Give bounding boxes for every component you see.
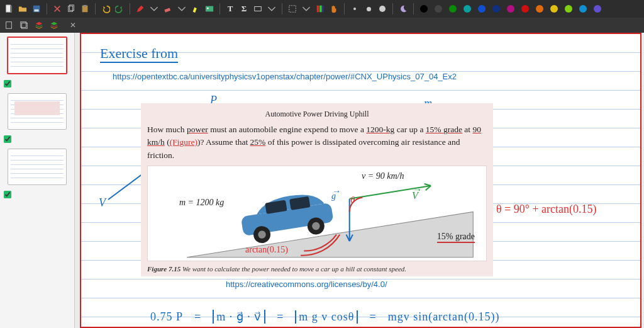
paste-button[interactable]	[79, 3, 91, 15]
dropdown-icon[interactable]	[175, 3, 188, 15]
color-swatch[interactable]	[577, 3, 589, 15]
diag-m-label: m = 1200 kg	[179, 198, 224, 208]
diag-g-label: →g	[331, 191, 336, 201]
problem-diagram: v = 90 km/h m = 1200 kg →g θ →V 15% grad…	[147, 166, 487, 261]
shape-tool-button[interactable]	[252, 3, 264, 15]
page-thumbnail-3[interactable]	[8, 149, 67, 185]
open-file-button[interactable]	[16, 3, 29, 15]
stroke-thick-button[interactable]	[376, 3, 389, 15]
color-swatch[interactable]	[461, 3, 474, 15]
eq-term2: m g v cosθ	[295, 310, 358, 324]
color-palette	[418, 3, 604, 15]
figure-caption: Figure 7.15 We want to calculate the pow…	[147, 264, 487, 274]
svg-rect-0	[6, 5, 11, 12]
eq-term1: m · g⃗ · v⃗	[213, 310, 265, 324]
diag-grade-label: 15% grade	[437, 232, 475, 243]
copy-button[interactable]	[65, 3, 77, 15]
problem-box: Automotive Power Driving Uphill How much…	[141, 103, 493, 276]
color-swatch[interactable]	[490, 3, 502, 15]
eq-term3: mgv sin(arctan(0.15))	[388, 310, 500, 324]
svg-rect-13	[319, 6, 322, 13]
svg-rect-10	[255, 7, 262, 11]
page-canvas: Exercise from https://opentextbc.ca/univ…	[80, 33, 641, 328]
layer-green-button[interactable]	[48, 19, 60, 31]
page-thumbnail-2[interactable]	[8, 93, 67, 130]
page-thumbnail-1[interactable]	[7, 37, 67, 74]
color-swatch[interactable]	[519, 3, 531, 15]
color-swatch[interactable]	[562, 3, 575, 15]
vertical-space-button[interactable]	[314, 3, 326, 15]
color-swatch[interactable]	[418, 3, 430, 15]
svg-rect-2	[35, 9, 39, 12]
color-swatch[interactable]	[591, 3, 604, 15]
math-sigma-button[interactable]: Σ	[238, 3, 250, 15]
diag-v-label: v = 90 km/h	[362, 171, 404, 181]
dropdown-icon[interactable]	[300, 3, 313, 15]
eraser-tool-button[interactable]	[162, 3, 174, 15]
svg-rect-11	[289, 6, 296, 13]
thumbnail-3-checkbox[interactable]	[4, 191, 11, 198]
annot-arctan: arctan(0.15)	[245, 243, 288, 256]
close-tab-button[interactable]: ✕	[67, 19, 79, 31]
highlighter-tool-button[interactable]	[189, 3, 202, 15]
svg-rect-7	[164, 8, 170, 13]
license-url[interactable]: https://creativecommons.org/licenses/by/…	[226, 280, 387, 289]
color-swatch[interactable]	[432, 3, 445, 15]
moon-icon[interactable]	[397, 3, 409, 15]
diag-vvec-label: →V	[412, 190, 418, 201]
stroke-med-button[interactable]	[362, 3, 375, 15]
color-swatch[interactable]	[475, 3, 488, 15]
layer-red-button[interactable]	[33, 19, 45, 31]
hand-tool-button[interactable]	[328, 3, 340, 15]
page-viewport[interactable]: Exercise from https://opentextbc.ca/univ…	[75, 33, 644, 328]
main-toolbar: T Σ	[0, 0, 644, 18]
source-url[interactable]: https://opentextbc.ca/universityphysicsv…	[113, 72, 457, 81]
secondary-toolbar: ✕	[0, 18, 644, 33]
thumbnail-2-checkbox[interactable]	[4, 135, 11, 143]
dropdown-icon[interactable]	[148, 3, 160, 15]
page-title-hand: Exercise from	[100, 45, 178, 63]
svg-rect-14	[323, 6, 324, 13]
image-tool-button[interactable]	[203, 3, 216, 15]
svg-rect-8	[206, 6, 213, 12]
svg-point-9	[207, 8, 209, 9]
problem-title: Automotive Power Driving Uphill	[147, 108, 487, 120]
save-button[interactable]	[30, 3, 43, 15]
svg-rect-12	[317, 6, 319, 13]
cut-button[interactable]	[51, 3, 64, 15]
page-settings-button[interactable]	[3, 19, 15, 31]
dropdown-icon[interactable]	[265, 3, 278, 15]
undo-button[interactable]	[99, 3, 112, 15]
new-file-button[interactable]	[3, 3, 15, 15]
color-swatch[interactable]	[447, 3, 459, 15]
thumbnail-panel	[0, 33, 75, 328]
color-swatch[interactable]	[533, 3, 546, 15]
eq-lhs: 0.75 P	[150, 310, 183, 324]
select-tool-button[interactable]	[286, 3, 299, 15]
layers-button[interactable]	[18, 19, 30, 31]
redo-button[interactable]	[113, 3, 126, 15]
problem-text: How much power must an automobile engine…	[147, 123, 487, 162]
color-swatch[interactable]	[504, 3, 517, 15]
thumbnail-1-checkbox[interactable]	[4, 80, 11, 88]
color-swatch[interactable]	[548, 3, 560, 15]
diag-theta-label: θ	[350, 195, 355, 205]
stroke-thin-button[interactable]	[348, 3, 361, 15]
text-tool-button[interactable]: T	[224, 3, 236, 15]
pen-tool-button[interactable]	[134, 3, 147, 15]
svg-rect-15	[6, 22, 12, 29]
theta-expression: θ = 90° + arctan(0.15)	[496, 203, 597, 216]
svg-rect-6	[83, 5, 86, 7]
equation-line: 0.75 P = m · g⃗ · v⃗ = m g v cosθ = mgv …	[150, 310, 628, 324]
